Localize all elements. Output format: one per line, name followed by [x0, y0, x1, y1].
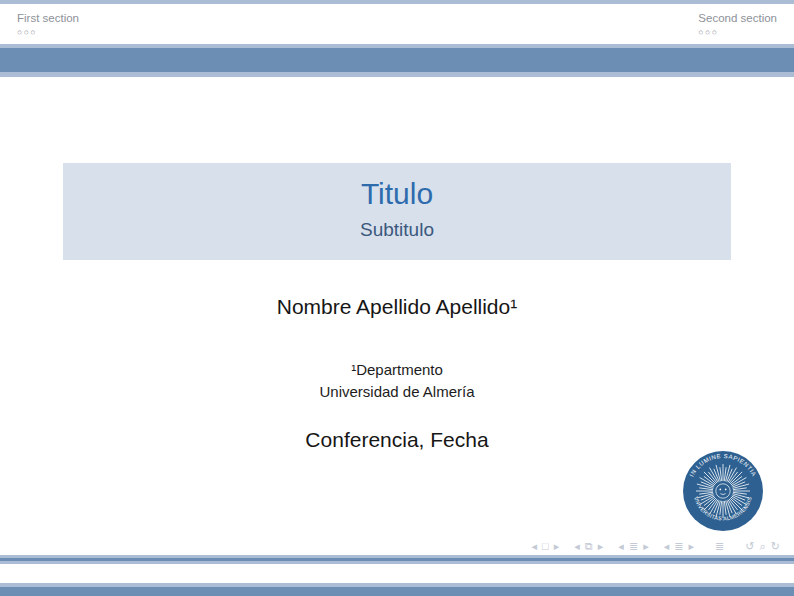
page-title: Titulo [361, 176, 433, 212]
nav-subsection-icons[interactable]: ◂ ≣ ▸ [618, 538, 649, 554]
header-top-strip [0, 0, 794, 4]
nav-slide-icons[interactable]: ◂ □ ▸ [531, 538, 560, 554]
header-bottom-strip [0, 72, 794, 77]
section-label[interactable]: First section [17, 11, 79, 25]
author-name: Nombre Apellido Apellido¹ [0, 295, 794, 319]
sidebar-item-second-section[interactable]: Second section ○○○ [698, 11, 777, 38]
section-label[interactable]: Second section [698, 11, 777, 25]
miniframe-dots-icon[interactable]: ○○○ [17, 27, 79, 38]
institute-university: Universidad de Almería [0, 381, 794, 403]
institute-department: ¹Departmento [0, 359, 794, 381]
nav-back-search-forward-icons[interactable]: ↺ ⌕ ↻ [745, 538, 781, 554]
title-block: Titulo Subtitulo [63, 163, 731, 260]
page-subtitle: Subtitulo [360, 217, 434, 243]
sidebar-item-first-section[interactable]: First section ○○○ [17, 11, 79, 38]
nav-section-icons[interactable]: ◂ ≣ ▸ [664, 538, 695, 554]
header-main-bar [0, 48, 794, 72]
conference-date: Conferencia, Fecha [0, 428, 794, 452]
university-seal-logo: IN LUMINE SAPIENTIA VNIVERSITAS ALMERIEN… [683, 451, 763, 531]
navigation-bar: ◂ □ ▸ ◂ ⧉ ▸ ◂ ≣ ▸ ◂ ≣ ▸ ≣ ↺ ⌕ ↻ [531, 538, 781, 554]
institute-block: ¹Departmento Universidad de Almería [0, 359, 794, 403]
nav-appendix-icon[interactable]: ≣ [715, 538, 725, 554]
miniframe-dots-icon[interactable]: ○○○ [698, 27, 777, 38]
footer-bottom-bar [0, 587, 794, 596]
slide-canvas: First section ○○○ Second section ○○○ Tit… [0, 0, 794, 596]
footer-band: Titulo corredero Universidad de Almería [0, 564, 794, 583]
nav-frame-icons[interactable]: ◂ ⧉ ▸ [574, 538, 604, 554]
